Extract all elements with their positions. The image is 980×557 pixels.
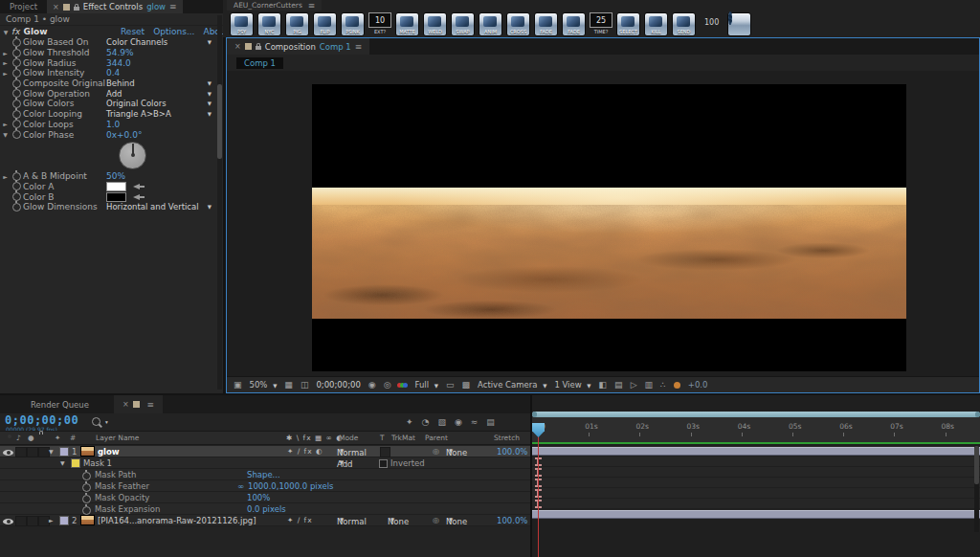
mask-group-row[interactable]: ▼ Mask 1 Add▼ Inverted (0, 457, 530, 469)
stopwatch-icon[interactable] (82, 506, 91, 515)
layer-color-chip[interactable] (59, 447, 69, 457)
close-icon[interactable]: × (53, 3, 59, 11)
transparency-grid-icon[interactable]: ▩ (462, 380, 471, 390)
view-layout-dropdown[interactable]: 1 View ▼ (554, 380, 590, 390)
mini-flowchart-icon[interactable]: ✦ (406, 417, 413, 427)
param-dropdown[interactable]: Behind▼ (106, 78, 216, 88)
property-value[interactable]: Shape... (247, 470, 280, 479)
script-button[interactable]: FADE (534, 12, 558, 36)
ext-number-field[interactable]: 10 (368, 12, 391, 28)
exposure-value[interactable]: +0.0 (688, 380, 708, 390)
flowchart-icon[interactable]: ∴ (660, 380, 666, 390)
script-button[interactable]: SEND (672, 12, 696, 36)
property-value[interactable]: 0.0 pixels (247, 504, 286, 514)
script-button[interactable]: KILL (644, 12, 668, 36)
panel-menu-icon[interactable]: ≡ (169, 2, 177, 11)
time-number-field[interactable]: 25 (590, 12, 612, 28)
param-row-glow-dimensions[interactable]: Glow Dimensions Horizontal and Vertical▼ (0, 202, 216, 212)
param-value[interactable]: 0.4 (106, 68, 120, 78)
param-row-ab-midpoint[interactable]: ► A & B Midpoint 50% (0, 171, 216, 182)
lock-icon[interactable] (256, 46, 261, 50)
timeline-track-area[interactable]: :00 01s 02s 03s 04s 05s 06s 07s (532, 395, 980, 557)
stopwatch-icon[interactable] (12, 89, 21, 98)
tab-project[interactable]: Project (0, 0, 47, 13)
stopwatch-icon[interactable] (12, 100, 21, 108)
expander[interactable]: ► (0, 70, 11, 77)
stopwatch-icon[interactable] (12, 58, 21, 67)
angle-dial[interactable] (119, 142, 146, 169)
param-row-glow-intensity[interactable]: ► Glow Intensity 0.4 (0, 68, 216, 78)
script-button[interactable]: SELECT (616, 12, 640, 36)
tab-effect-controls[interactable]: × Effect Controls glow ≡ (47, 0, 183, 13)
stretch-column-header[interactable]: Stretch (494, 434, 520, 442)
expander-icon[interactable]: ▼ (0, 29, 11, 35)
show-snapshot-icon[interactable]: ◎ (384, 380, 391, 390)
script-button[interactable]: CROSS (506, 12, 530, 36)
preserve-transparency-cell[interactable] (380, 447, 390, 457)
param-dropdown[interactable]: Color Channels▼ (106, 37, 216, 47)
twirl-icon[interactable]: ► (49, 517, 54, 524)
composition-viewer[interactable] (227, 71, 979, 377)
expander[interactable]: ► (0, 121, 11, 127)
share-view-icon[interactable]: ◧ (599, 380, 608, 390)
snapshot-icon[interactable]: ◉ (368, 380, 376, 390)
param-dropdown[interactable]: Triangle A>B>A▼ (106, 109, 216, 119)
param-row-composite-original[interactable]: Composite Original Behind▼ (0, 78, 216, 89)
pick-whip-icon[interactable]: ◎ (433, 447, 439, 456)
param-value[interactable]: 344.0 (106, 58, 131, 68)
param-dropdown[interactable]: Add▼ (106, 89, 216, 99)
pick-whip-icon[interactable]: ◎ (433, 516, 439, 524)
expander[interactable]: ► (0, 173, 11, 180)
param-row-color-loops[interactable]: ► Color Loops 1.0 (0, 120, 216, 130)
close-icon[interactable]: × (122, 400, 129, 409)
param-value[interactable]: 54.9% (106, 48, 134, 57)
stopwatch-icon[interactable] (12, 38, 21, 47)
stopwatch-icon[interactable] (82, 483, 91, 492)
constrain-link-icon[interactable]: ∞ (237, 481, 244, 491)
tab-composition[interactable]: × Composition Comp 1 ≡ (227, 38, 369, 55)
frame-blending-icon[interactable]: ◉ (455, 417, 462, 427)
param-value[interactable]: 50% (106, 171, 125, 181)
stopwatch-icon[interactable] (12, 203, 21, 212)
mode-column-header[interactable]: Mode (339, 434, 358, 442)
parent-column-header[interactable]: Parent (425, 434, 448, 442)
stopwatch-icon[interactable] (12, 49, 21, 57)
layer-name-column-header[interactable]: Layer Name (96, 434, 139, 442)
param-row-glow-operation[interactable]: Glow Operation Add▼ (0, 88, 216, 99)
expander[interactable]: ► (0, 50, 11, 56)
stopwatch-icon[interactable] (12, 110, 21, 119)
stopwatch-icon[interactable] (12, 192, 21, 201)
script-button[interactable]: NYC (257, 12, 281, 36)
script-button[interactable]: ANIM (479, 12, 502, 36)
property-value[interactable]: 1000.0,1000.0 pixels (248, 481, 333, 491)
param-row-color-b[interactable]: Color B (0, 191, 216, 202)
camera-dropdown[interactable]: Active Camera ▼ (478, 380, 546, 390)
inverted-checkbox[interactable] (379, 459, 388, 468)
scrollbar[interactable] (217, 15, 222, 390)
pixel-aspect-icon[interactable]: ▤ (614, 380, 623, 390)
current-timecode[interactable]: 0;00;00;00 (5, 413, 78, 427)
stopwatch-icon[interactable] (82, 472, 91, 480)
param-dropdown[interactable]: Horizontal and Vertical▼ (106, 202, 216, 212)
script-button[interactable]: PSINK (341, 12, 365, 36)
timeline-scrollbar[interactable] (974, 446, 979, 532)
stopwatch-icon[interactable] (12, 79, 21, 88)
effect-header-row[interactable]: ▼ fx Glow Reset Options... About... (0, 26, 223, 37)
param-row-glow-based-on[interactable]: Glow Based On Color Channels▼ (0, 37, 216, 48)
layer-switches[interactable]: ✦ / fx ◐ (287, 447, 323, 456)
stopwatch-icon[interactable] (12, 172, 21, 181)
always-preview-icon[interactable]: ▣ (234, 380, 242, 390)
mask-name[interactable]: Mask 1 (83, 458, 112, 468)
resolution-dropdown[interactable]: Full ▼ (415, 380, 438, 390)
eyedropper-icon[interactable] (133, 194, 140, 200)
layer-row-footage[interactable]: ► 2 [PIA164...anorama-Raw-20121126.jpg] … (0, 515, 530, 526)
safe-margins-icon[interactable]: ◫ (301, 380, 309, 390)
viewer-timecode[interactable]: 0;00;00;00 (316, 380, 360, 390)
param-dropdown[interactable]: Original Colors▼ (106, 99, 216, 108)
layer-duration-bar-footage[interactable] (532, 510, 980, 519)
layer-name[interactable]: [PIA164...anorama-Raw-20121126.jpg] (98, 516, 256, 525)
reset-exposure-icon[interactable] (674, 382, 680, 389)
panel-menu-icon[interactable]: ≡ (308, 1, 316, 11)
panel-divider[interactable] (223, 37, 226, 393)
stopwatch-icon[interactable] (12, 69, 21, 78)
